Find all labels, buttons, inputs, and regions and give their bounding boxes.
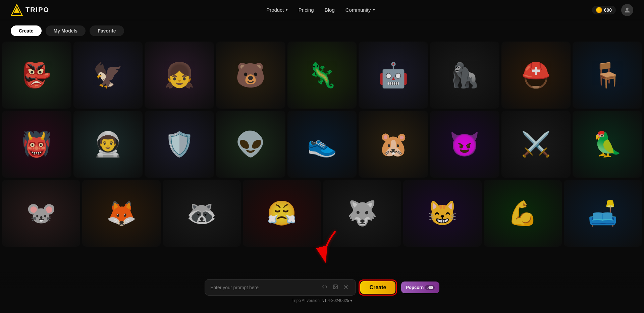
list-item[interactable]: 👟 — [287, 111, 357, 178]
create-button[interactable]: Create — [360, 281, 396, 294]
svg-point-2 — [626, 7, 628, 10]
list-item[interactable]: 🪑 — [573, 42, 642, 109]
prompt-input-wrapper[interactable] — [205, 279, 356, 296]
list-item[interactable]: 🐺 — [323, 180, 401, 247]
list-item[interactable]: 🦅 — [73, 42, 143, 109]
nav-product[interactable]: Product — [266, 7, 288, 13]
svg-point-5 — [334, 286, 335, 287]
coins-count: 600 — [604, 7, 612, 13]
list-item[interactable]: 🐹 — [359, 111, 428, 178]
list-item[interactable]: 👹 — [2, 111, 71, 178]
create-btn-wrapper: Create — [359, 279, 397, 296]
version-row: Tripo AI version v1.4-20240625 ▾ — [292, 298, 352, 303]
coin-icon — [596, 7, 602, 13]
list-item[interactable]: 🦎 — [287, 42, 357, 109]
popcorn-button[interactable]: Popcorn ○60 — [401, 281, 439, 293]
tab-my-models[interactable]: My Models — [46, 25, 86, 36]
code-icon-button[interactable] — [321, 284, 329, 291]
list-item[interactable]: 💪 — [484, 180, 562, 247]
list-item[interactable]: 🦝 — [163, 180, 241, 247]
list-item[interactable]: 🦜 — [573, 111, 642, 178]
list-item[interactable]: 😸 — [403, 180, 481, 247]
header-right: 600 — [592, 4, 633, 16]
logo-text: TRIPO — [25, 6, 49, 14]
tab-create[interactable]: Create — [11, 25, 42, 36]
tabs-bar: Create My Models Favorite — [0, 20, 644, 42]
header: TRIPO Product Pricing Blog Community 600 — [0, 0, 644, 20]
gallery-row-1: 👺 🦅 👧 🐻 🦎 🤖 🦍 ⛑️ 🪑 — [0, 42, 644, 109]
nav-pricing[interactable]: Pricing — [299, 7, 314, 13]
tab-favorite[interactable]: Favorite — [90, 25, 124, 36]
gallery-row-3: 🐭 🦊 🦝 😤 🐺 😸 💪 🛋️ — [0, 180, 644, 247]
list-item[interactable]: 🐭 — [2, 180, 80, 247]
prompt-container: Create Popcorn ○60 Tripo AI version v1.4… — [0, 272, 644, 313]
settings-icon-button[interactable] — [342, 284, 350, 291]
version-label: Tripo AI version — [292, 298, 320, 303]
list-item[interactable]: 🤖 — [359, 42, 428, 109]
list-item[interactable]: 😈 — [430, 111, 499, 178]
popcorn-label: Popcorn — [406, 285, 424, 290]
list-item[interactable]: 🦍 — [430, 42, 499, 109]
list-item[interactable]: 🦊 — [82, 180, 160, 247]
chevron-down-icon: ▾ — [350, 298, 352, 303]
list-item[interactable]: 🐻 — [216, 42, 285, 109]
version-value[interactable]: v1.4-20240625 ▾ — [322, 298, 352, 303]
list-item[interactable]: 🛡️ — [145, 111, 214, 178]
list-item[interactable]: ⚔️ — [501, 111, 571, 178]
nav-blog[interactable]: Blog — [325, 7, 335, 13]
list-item[interactable]: 👽 — [216, 111, 285, 178]
logo[interactable]: TRIPO — [11, 4, 49, 16]
nav-community[interactable]: Community — [345, 7, 375, 13]
popcorn-cost: ○60 — [425, 285, 435, 290]
svg-point-6 — [345, 286, 347, 288]
list-item[interactable]: ⛑️ — [501, 42, 571, 109]
avatar[interactable] — [621, 4, 633, 16]
prompt-row: Create Popcorn ○60 — [205, 279, 439, 296]
list-item[interactable]: 😤 — [243, 180, 321, 247]
image-icon-button[interactable] — [331, 284, 339, 291]
list-item[interactable]: 👧 — [145, 42, 214, 109]
create-btn-highlight: Create — [359, 279, 397, 296]
prompt-input[interactable] — [210, 285, 318, 290]
nav: Product Pricing Blog Community — [266, 7, 375, 13]
list-item[interactable]: 👺 — [2, 42, 71, 109]
gallery: 👺 🦅 👧 🐻 🦎 🤖 🦍 ⛑️ 🪑 👹 — [0, 42, 644, 289]
list-item[interactable]: 🛋️ — [564, 180, 642, 247]
coins-badge[interactable]: 600 — [592, 6, 616, 14]
list-item[interactable]: 👨‍🚀 — [73, 111, 143, 178]
gallery-row-2: 👹 👨‍🚀 🛡️ 👽 👟 🐹 😈 ⚔️ 🦜 — [0, 111, 644, 178]
